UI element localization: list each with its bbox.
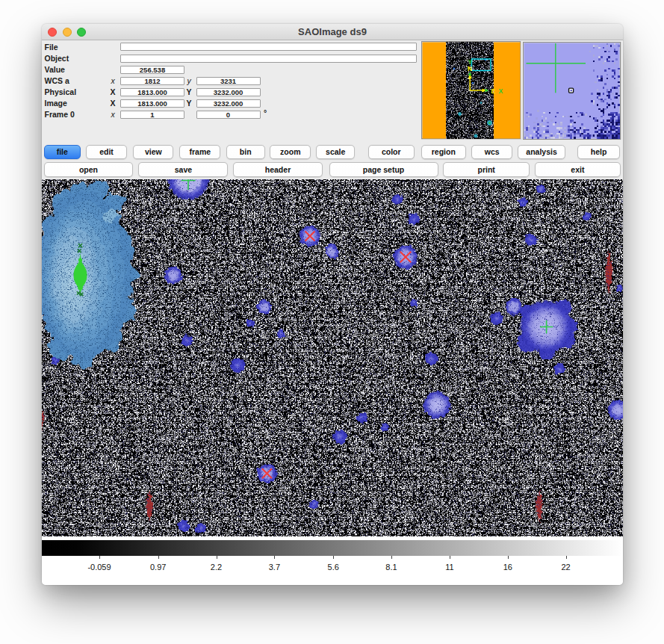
- svg-text:E: E: [491, 87, 495, 94]
- svg-text:Y: Y: [468, 58, 472, 65]
- svg-text:N: N: [467, 64, 471, 72]
- svg-text:X: X: [498, 87, 503, 94]
